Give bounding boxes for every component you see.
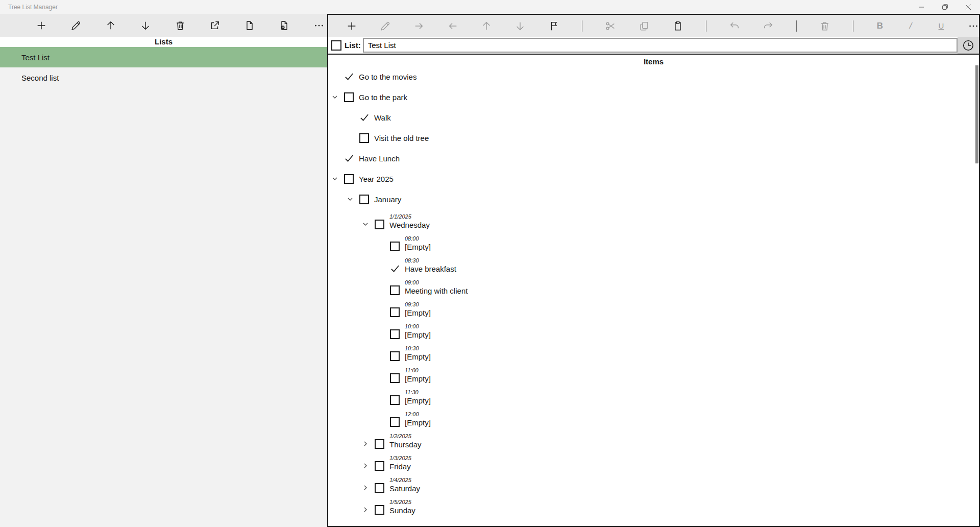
chevron-down-icon[interactable] [347,196,359,202]
redo-button[interactable] [763,20,774,32]
copy-button[interactable] [639,20,650,32]
edit-list-button[interactable] [70,19,82,32]
trash-icon [175,20,186,31]
checkbox[interactable] [344,92,354,102]
tree-item[interactable]: 09:00Meeting with client [328,275,979,297]
list-item-selected[interactable]: Test List [0,47,327,67]
checkmark-icon[interactable] [344,72,354,82]
checkbox[interactable] [359,133,369,143]
tree-item[interactable]: 1/3/2025Friday [328,451,979,473]
paste-button[interactable] [672,20,683,32]
checkbox[interactable] [375,483,384,493]
close-button[interactable] [957,0,980,14]
tree-item-text: Go to the park [359,92,407,102]
tree-item[interactable]: 11:30[Empty] [328,385,979,407]
edit-item-button[interactable] [380,20,391,32]
undo-button[interactable] [729,20,740,32]
add-list-button[interactable] [35,19,47,32]
checkbox[interactable] [344,174,354,184]
tree-item[interactable]: 11:00[Empty] [328,363,979,385]
share-icon [209,20,220,31]
checkbox[interactable] [375,220,384,229]
items-tree-area: Items Go to the moviesGo to the parkWalk… [328,54,979,526]
move-list-down-button[interactable] [139,19,152,32]
chevron-down-icon[interactable] [362,221,375,227]
bold-button[interactable]: B [876,20,884,32]
outdent-item-button[interactable] [447,20,458,32]
move-item-up-button[interactable] [481,20,492,32]
move-list-up-button[interactable] [105,19,117,32]
more-items-button[interactable] [968,20,979,32]
list-item[interactable]: Second list [0,67,327,88]
checkbox[interactable] [359,195,369,204]
chevron-down-icon[interactable] [332,94,344,100]
checkmark-icon[interactable] [344,154,354,163]
checkbox[interactable] [390,351,400,361]
item-label: [Empty] [405,418,431,427]
tree-item[interactable]: Have Lunch [328,148,979,169]
checkbox[interactable] [390,373,400,383]
delete-item-button[interactable] [819,20,830,32]
item-label: Wednesday [389,220,430,230]
indent-item-button[interactable] [413,20,425,32]
items-scrollbar-thumb[interactable] [975,65,978,163]
tree-item[interactable]: 09:30[Empty] [328,297,979,319]
tree-item[interactable]: Go to the movies [328,66,979,87]
checkbox[interactable] [390,329,400,339]
chevron-right-icon[interactable] [362,441,375,447]
underline-button[interactable]: U [937,20,945,32]
tree-item[interactable]: 08:00[Empty] [328,231,979,253]
new-file-button[interactable] [243,19,256,32]
cut-button[interactable] [605,20,616,32]
checkmark-icon[interactable] [359,113,369,123]
delete-list-button[interactable] [174,19,186,32]
tree-item[interactable]: January [328,189,979,209]
export-file-button[interactable] [278,19,290,32]
checkbox[interactable] [375,505,384,515]
tree-item[interactable]: Walk [328,107,979,128]
restore-button[interactable] [933,0,957,14]
chevron-right-icon[interactable] [362,463,375,469]
share-list-button[interactable] [209,19,221,32]
minimize-button[interactable] [910,0,933,14]
list-checkbox[interactable] [331,40,341,51]
tree-item-text: 08:30Have breakfast [405,257,456,274]
item-date-time-label: 12:00 [405,411,431,418]
tree-item[interactable]: Go to the park [328,87,979,107]
tree-item[interactable]: 12:00[Empty] [328,407,979,429]
redo-icon [763,20,774,32]
item-date-time-label: 11:00 [405,367,431,374]
toolbar-separator [706,20,706,32]
tree-item[interactable]: Year 2025 [328,169,979,189]
checkbox[interactable] [390,307,400,317]
chevron-right-icon[interactable] [362,507,375,513]
tree-item[interactable]: 1/4/2025Saturday [328,473,979,495]
add-item-button[interactable] [346,20,357,32]
tree-item-text: 1/3/2025Friday [389,454,411,471]
items-toolbar: B / U [328,15,979,37]
tree-item[interactable]: Visit the old tree [328,128,979,148]
paste-icon [672,20,683,32]
tree-item[interactable]: 1/6/2025 [328,517,979,526]
tree-item[interactable]: 10:00[Empty] [328,319,979,341]
checkbox[interactable] [390,285,400,295]
checkbox[interactable] [390,395,400,405]
move-item-down-button[interactable] [514,20,526,32]
checkbox[interactable] [375,461,384,471]
checkbox[interactable] [390,242,400,251]
flag-item-button[interactable] [548,20,559,32]
italic-button[interactable]: / [906,20,915,32]
tree-item[interactable]: 1/1/2025Wednesday [328,209,979,231]
tree-item[interactable]: 08:30Have breakfast [328,253,979,275]
tree-item[interactable]: 10:30[Empty] [328,341,979,363]
more-lists-button[interactable] [313,19,325,32]
checkbox[interactable] [375,439,384,449]
tree-item[interactable]: 1/2/2025Thursday [328,429,979,451]
checkmark-icon[interactable] [390,264,400,273]
reminder-clock-button[interactable] [962,39,975,52]
chevron-right-icon[interactable] [362,485,375,491]
checkbox[interactable] [390,417,400,427]
chevron-down-icon[interactable] [332,176,344,182]
list-name-input[interactable] [363,38,958,53]
tree-item[interactable]: 1/5/2025Sunday [328,495,979,517]
